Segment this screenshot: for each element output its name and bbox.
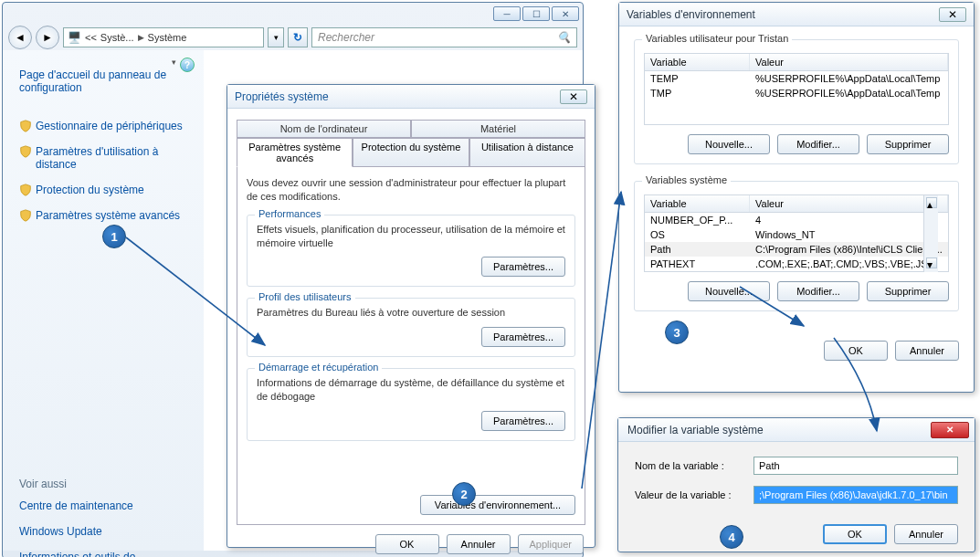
mv-title-text: Modifier la variable système	[627, 424, 764, 436]
link-label: Protection du système	[36, 184, 144, 196]
breadcrumb-root: <<	[85, 32, 97, 43]
see-also-performance-tools[interactable]: Informations et outils de performance	[19, 551, 193, 557]
col-variable[interactable]: Variable	[645, 195, 750, 212]
performance-group: Performances Effets visuels, planificati…	[247, 215, 575, 288]
link-label: Paramètres système avancés	[36, 209, 180, 222]
group-description: Paramètres du Bureau liés à votre ouvert…	[257, 306, 565, 320]
ev-titlebar: Variables d'environnement ✕	[619, 3, 974, 26]
breadcrumb-dropdown[interactable]: ▾	[268, 27, 284, 47]
ok-button[interactable]: OK	[375, 534, 439, 554]
user-modify-button[interactable]: Modifier...	[777, 134, 859, 154]
scroll-down-icon[interactable]: ▾	[926, 257, 937, 268]
forward-button[interactable]: ►	[36, 26, 59, 49]
cancel-button[interactable]: Annuler	[894, 524, 958, 544]
environment-variables-button[interactable]: Variables d'environnement...	[420, 495, 575, 515]
breadcrumb[interactable]: 🖥️ << Systè... ▶ Système	[63, 27, 264, 47]
close-button[interactable]: ✕	[552, 6, 579, 21]
startup-settings-button[interactable]: Paramètres...	[481, 411, 565, 431]
shield-icon	[19, 145, 30, 158]
scroll-up-icon[interactable]: ▴	[926, 197, 937, 208]
table-row[interactable]: PATHEXT .COM;.EXE;.BAT;.CMD;.VBS;.VBE;.J…	[645, 257, 948, 271]
cp-titlebar: ─ ☐ ✕	[3, 3, 583, 25]
system-delete-button[interactable]: Supprimer	[867, 281, 949, 301]
user-delete-button[interactable]: Supprimer	[867, 134, 949, 154]
group-title: Variables système	[642, 174, 731, 185]
apply-button[interactable]: Appliquer	[518, 534, 584, 554]
sidebar-link-advanced-system[interactable]: Paramètres système avancés	[19, 209, 193, 222]
group-title: Variables utilisateur pour Tristan	[642, 33, 792, 44]
tab-advanced[interactable]: Paramètres système avancés	[237, 138, 353, 167]
tab-computer-name[interactable]: Nom de l'ordinateur	[237, 120, 411, 138]
cancel-button[interactable]: Annuler	[447, 534, 511, 554]
search-icon: 🔍	[557, 31, 571, 44]
system-variables-table[interactable]: Variable Valeur NUMBER_OF_P... 4 OS Wind…	[644, 194, 949, 272]
group-title: Démarrage et récupération	[255, 362, 382, 373]
sidebar-link-remote-usage[interactable]: Paramètres d'utilisation à distance	[19, 145, 193, 171]
address-bar: ◄ ► 🖥️ << Systè... ▶ Système ▾ ↻ Recherc…	[3, 25, 583, 50]
ok-button[interactable]: OK	[823, 524, 887, 544]
tab-remote[interactable]: Utilisation à distance	[469, 138, 585, 167]
maximize-button[interactable]: ☐	[522, 6, 550, 21]
modify-system-variable-dialog: Modifier la variable système ✕ Nom de la…	[617, 417, 975, 552]
refresh-button[interactable]: ↻	[288, 27, 308, 47]
cp-icon: 🖥️	[68, 31, 81, 44]
ev-title-text: Variables d'environnement	[627, 8, 755, 21]
step-badge-4: 4	[720, 525, 743, 549]
breadcrumb-leaf[interactable]: Système	[148, 32, 187, 43]
step-badge-2: 2	[452, 482, 476, 506]
cp-sidebar: ? ▾ Page d'accueil du panneau de configu…	[3, 50, 204, 551]
close-button[interactable]: ✕	[560, 89, 587, 104]
step-badge-3: 3	[665, 321, 689, 344]
user-variables-group: Variables utilisateur pour Tristan Varia…	[634, 39, 959, 164]
system-new-button[interactable]: Nouvelle...	[688, 281, 770, 301]
see-also-action-center[interactable]: Centre de maintenance	[19, 499, 193, 512]
profile-settings-button[interactable]: Paramètres...	[481, 327, 565, 347]
col-variable[interactable]: Variable	[645, 54, 750, 70]
user-new-button[interactable]: Nouvelle...	[688, 134, 770, 154]
startup-recovery-group: Démarrage et récupération Informations d…	[247, 368, 575, 441]
tab-system-protection[interactable]: Protection du système	[353, 138, 469, 167]
shield-icon	[19, 184, 30, 196]
variable-name-input[interactable]: Path	[753, 457, 958, 475]
see-also-windows-update[interactable]: Windows Update	[19, 525, 193, 538]
step-badge-1: 1	[102, 225, 126, 248]
chevron-down-icon[interactable]: ▾	[172, 58, 176, 67]
mv-titlebar: Modifier la variable système ✕	[618, 418, 975, 442]
help-icon[interactable]: ?	[180, 58, 195, 72]
table-row[interactable]: NUMBER_OF_P... 4	[645, 213, 948, 227]
chevron-right-icon: ▶	[138, 33, 144, 42]
col-value[interactable]: Valeur	[750, 195, 948, 212]
variable-value-input[interactable]: ;\Program Files (x86)\Java\jdk1.7.0_17\b…	[753, 486, 958, 504]
scrollbar[interactable]: ▴ ▾	[923, 195, 938, 272]
admin-notice: Vous devez ouvrir une session d'administ…	[247, 176, 575, 204]
sp-titlebar: Propriétés système ✕	[227, 85, 595, 109]
system-modify-button[interactable]: Modifier...	[777, 281, 859, 301]
shield-icon	[19, 120, 30, 132]
close-button[interactable]: ✕	[931, 422, 969, 438]
cancel-button[interactable]: Annuler	[895, 341, 959, 361]
see-also-heading: Voir aussi	[19, 478, 193, 490]
sidebar-link-system-protection[interactable]: Protection du système	[19, 184, 193, 196]
table-row-selected[interactable]: Path C:\Program Files (x86)\Intel\iCLS C…	[645, 242, 948, 257]
tab-advanced-pane: Vous devez ouvrir une session d'administ…	[237, 167, 585, 525]
link-label: Gestionnaire de périphériques	[36, 120, 183, 132]
close-button[interactable]: ✕	[939, 7, 966, 22]
search-placeholder: Rechercher	[318, 31, 374, 44]
ok-button[interactable]: OK	[824, 341, 888, 361]
tab-hardware[interactable]: Matériel	[411, 120, 585, 138]
system-properties-dialog: Propriétés système ✕ Nom de l'ordinateur…	[227, 84, 595, 548]
minimize-button[interactable]: ─	[493, 6, 521, 21]
performance-settings-button[interactable]: Paramètres...	[481, 257, 565, 277]
table-row[interactable]: OS Windows_NT	[645, 227, 948, 242]
breadcrumb-part[interactable]: Systè...	[100, 32, 134, 43]
back-button[interactable]: ◄	[8, 26, 32, 49]
search-input[interactable]: Rechercher 🔍	[311, 27, 577, 47]
variable-value-label: Valeur de la variable :	[635, 489, 753, 500]
user-variables-table[interactable]: Variable Valeur TEMP %USERPROFILE%\AppDa…	[644, 53, 949, 125]
sidebar-link-home[interactable]: Page d'accueil du panneau de configurati…	[19, 68, 193, 94]
user-profile-group: Profil des utilisateurs Paramètres du Bu…	[247, 298, 575, 357]
table-row[interactable]: TEMP %USERPROFILE%\AppData\Local\Temp	[645, 71, 948, 86]
col-value[interactable]: Valeur	[750, 54, 948, 70]
table-row[interactable]: TMP %USERPROFILE%\AppData\Local\Temp	[645, 86, 948, 100]
sidebar-link-device-manager[interactable]: Gestionnaire de périphériques	[19, 120, 193, 132]
